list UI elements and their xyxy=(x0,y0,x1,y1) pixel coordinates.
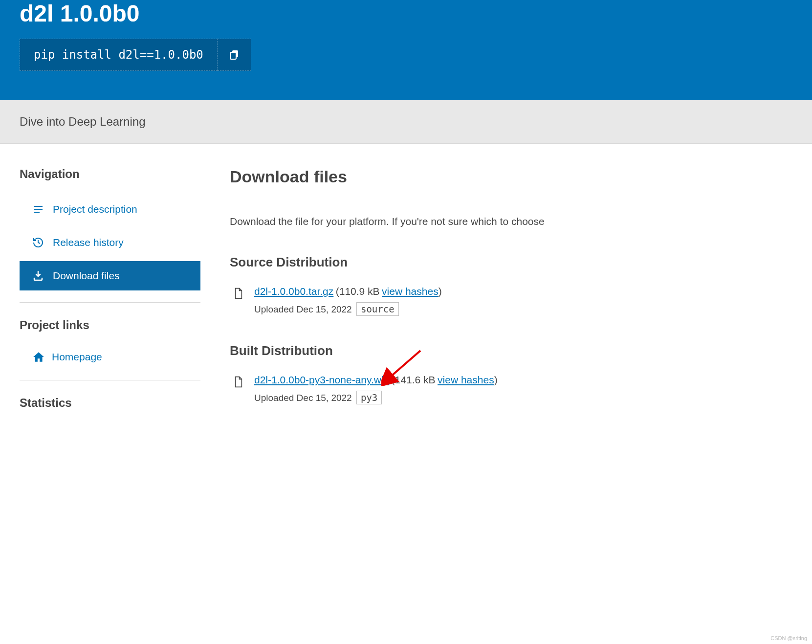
file-icon xyxy=(234,288,244,316)
built-heading: Built Distribution xyxy=(230,343,792,358)
nav-release-history[interactable]: Release history xyxy=(20,228,200,257)
nav-label: Download files xyxy=(53,270,120,282)
svg-rect-2 xyxy=(34,206,43,207)
statistics-heading: Statistics xyxy=(20,396,200,410)
package-title: d2l 1.0.0b0 xyxy=(20,0,792,39)
nav-project-description[interactable]: Project description xyxy=(20,195,200,224)
project-links-heading: Project links xyxy=(20,318,200,332)
file-size: (141.6 kB xyxy=(392,374,436,385)
main-content: Download files Download the file for you… xyxy=(230,167,792,432)
file-row: d2l-1.0.0b0-py3-none-any.whl (141.6 kB v… xyxy=(230,374,792,404)
view-hashes-link[interactable]: view hashes xyxy=(382,286,439,297)
close-paren: ) xyxy=(439,286,442,297)
view-hashes-link[interactable]: view hashes xyxy=(438,374,494,385)
install-command-row: pip install d2l==1.0.0b0 xyxy=(20,39,792,71)
copy-button[interactable] xyxy=(218,39,251,71)
uploaded-date: Uploaded Dec 15, 2022 xyxy=(254,304,352,314)
built-distribution-section: Built Distribution d2l-1.0.0b0-py3-none-… xyxy=(230,343,792,404)
divider xyxy=(20,380,200,380)
file-link[interactable]: d2l-1.0.0b0-py3-none-any.whl xyxy=(254,374,389,385)
svg-rect-3 xyxy=(34,209,43,210)
link-label: Homepage xyxy=(52,351,102,363)
svg-rect-1 xyxy=(230,52,236,59)
package-tag: source xyxy=(356,302,399,316)
package-header: d2l 1.0.0b0 pip install d2l==1.0.0b0 xyxy=(0,0,812,100)
page-heading: Download files xyxy=(230,167,792,186)
summary-text: Dive into Deep Learning xyxy=(20,115,792,129)
summary-bar: Dive into Deep Learning xyxy=(0,100,812,144)
download-icon xyxy=(32,270,44,282)
sidebar: Navigation Project description Release h… xyxy=(20,167,200,432)
intro-text: Download the file for your platform. If … xyxy=(230,216,792,227)
file-icon xyxy=(234,376,244,404)
history-icon xyxy=(32,237,44,248)
file-row: d2l-1.0.0b0.tar.gz (110.9 kB view hashes… xyxy=(230,286,792,316)
nav-label: Release history xyxy=(53,237,124,248)
source-heading: Source Distribution xyxy=(230,255,792,270)
nav-label: Project description xyxy=(53,203,137,215)
uploaded-date: Uploaded Dec 15, 2022 xyxy=(254,393,352,403)
package-tag: py3 xyxy=(356,391,382,404)
install-command[interactable]: pip install d2l==1.0.0b0 xyxy=(20,39,218,71)
navigation-heading: Navigation xyxy=(20,167,200,181)
link-homepage[interactable]: Homepage xyxy=(20,346,200,368)
close-paren: ) xyxy=(494,374,498,385)
home-icon xyxy=(32,351,45,363)
divider xyxy=(20,302,200,303)
copy-icon xyxy=(228,49,240,61)
file-link[interactable]: d2l-1.0.0b0.tar.gz xyxy=(254,286,333,297)
svg-rect-4 xyxy=(34,212,40,213)
source-distribution-section: Source Distribution d2l-1.0.0b0.tar.gz (… xyxy=(230,255,792,316)
nav-download-files[interactable]: Download files xyxy=(20,261,200,290)
file-size: (110.9 kB xyxy=(336,286,380,297)
description-icon xyxy=(32,203,44,215)
